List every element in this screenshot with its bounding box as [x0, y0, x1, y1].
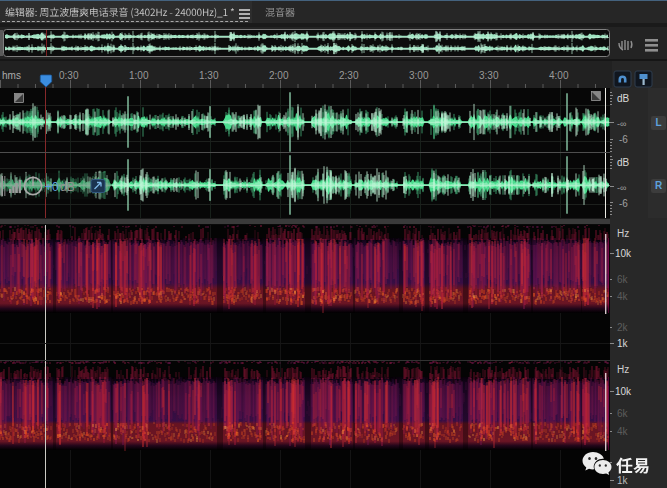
svg-text:dB: dB	[60, 180, 75, 194]
svg-text:+0: +0	[45, 180, 59, 194]
